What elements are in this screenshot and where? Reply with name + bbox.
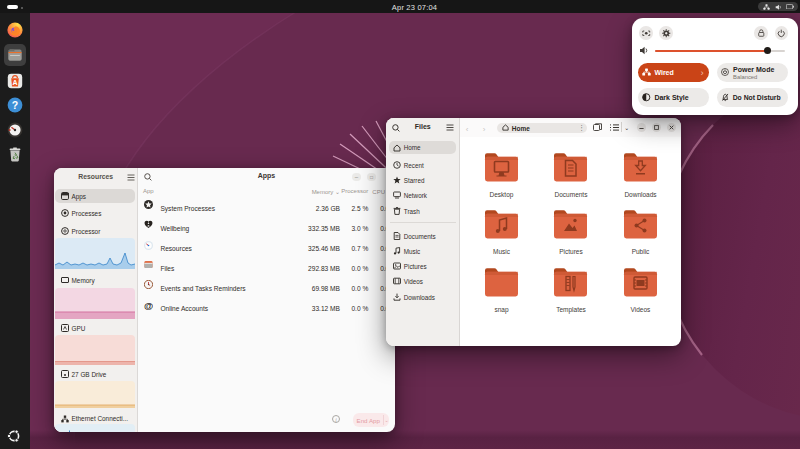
svg-text:A: A <box>12 79 17 86</box>
svg-text:?: ? <box>12 99 18 111</box>
svg-text:@: @ <box>144 301 153 310</box>
